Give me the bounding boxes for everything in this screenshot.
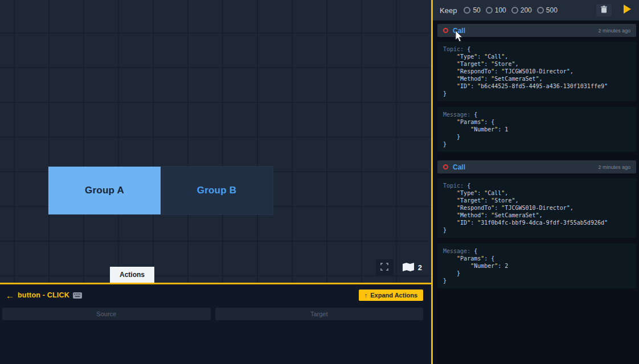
message-timestamp: 2 minutes ago — [598, 28, 630, 34]
keep-option-100[interactable]: 100 — [486, 6, 506, 14]
message-label: Message: — [443, 111, 470, 118]
keep-option-label: 500 — [546, 6, 558, 14]
topic-label: Topic: — [443, 46, 464, 52]
message-card: Call 2 minutes ago Topic: { "Type": "Cal… — [437, 24, 636, 152]
message-card-header[interactable]: Call 2 minutes ago — [437, 24, 636, 37]
action-title: button - CLICK — [18, 291, 69, 299]
trash-icon — [601, 5, 607, 15]
keep-option-label: 50 — [473, 6, 480, 14]
message-card: Call 2 minutes ago Topic: { "Type": "Cal… — [437, 160, 636, 288]
keep-option-200[interactable]: 200 — [511, 6, 532, 14]
topic-code-block: Topic: { "Type": "Call", "Target": "Stor… — [437, 178, 636, 238]
actions-panel-header: ← button - CLICK ↑ — [0, 284, 431, 304]
play-icon — [623, 5, 632, 16]
topic-code-block: Topic: { "Type": "Call", "Target": "Stor… — [437, 42, 636, 101]
clear-messages-button[interactable] — [596, 4, 612, 16]
call-status-icon — [443, 164, 448, 169]
topic-json: { "Type": "Call", "Target": "Store", "Re… — [443, 46, 608, 97]
keep-toolbar: Keep 50 100 200 500 — [433, 0, 639, 20]
message-code-block: Message: { "Params": { "Number": 2 } } — [437, 243, 636, 288]
canvas-toolbar: 2 — [376, 259, 422, 276]
canvas-column: Group A Group B — [0, 0, 431, 364]
play-button[interactable] — [621, 4, 633, 16]
messages-panel: Keep 50 100 200 500 — [433, 0, 639, 364]
call-status-icon — [443, 28, 448, 33]
map-icon — [403, 263, 414, 273]
target-input[interactable] — [215, 308, 424, 320]
up-arrow-icon: ↑ — [364, 292, 368, 299]
back-arrow-icon[interactable]: ← — [6, 291, 14, 300]
map-count: 2 — [418, 263, 422, 272]
group-b-node[interactable]: Group B — [161, 167, 273, 214]
app-root: Group A Group B — [0, 0, 639, 364]
source-input[interactable] — [2, 308, 211, 320]
fit-view-button[interactable] — [376, 259, 394, 276]
keep-label: Keep — [440, 6, 457, 15]
group-a-node[interactable]: Group A — [48, 167, 161, 214]
fullscreen-icon — [380, 263, 388, 273]
message-card-header[interactable]: Call 2 minutes ago — [437, 160, 636, 173]
keep-option-50[interactable]: 50 — [464, 6, 480, 14]
message-type-label[interactable]: Call — [453, 27, 465, 35]
map-toggle[interactable]: 2 — [403, 263, 422, 273]
action-title-group: ← button - CLICK — [6, 291, 82, 300]
message-card-body: Topic: { "Type": "Call", "Target": "Stor… — [437, 173, 636, 288]
topic-json: { "Type": "Call", "Target": "Store", "Re… — [443, 183, 608, 233]
source-target-row — [0, 304, 431, 320]
expand-actions-label: Expand Actions — [370, 292, 417, 299]
keep-option-label: 200 — [521, 6, 532, 14]
keep-option-500[interactable]: 500 — [537, 6, 558, 14]
keyboard-icon — [73, 292, 82, 299]
radio-icon — [537, 7, 544, 14]
node-canvas[interactable]: Group A Group B — [0, 0, 431, 283]
keep-option-label: 100 — [495, 6, 506, 14]
message-label: Message: — [443, 248, 470, 254]
group-strip: Group A Group B — [48, 167, 273, 214]
message-timestamp: 2 minutes ago — [598, 164, 630, 170]
message-list: Call 2 minutes ago Topic: { "Type": "Cal… — [433, 20, 639, 364]
topic-label: Topic: — [443, 183, 464, 189]
radio-icon — [511, 7, 518, 14]
message-code-block: Message: { "Params": { "Number": 1 } } — [437, 107, 636, 152]
actions-panel: ← button - CLICK ↑ — [0, 284, 431, 364]
expand-actions-button[interactable]: ↑ Expand Actions — [359, 289, 423, 301]
radio-icon — [464, 7, 470, 14]
radio-icon — [486, 7, 493, 14]
tab-actions[interactable]: Actions — [110, 267, 154, 283]
message-card-body: Topic: { "Type": "Call", "Target": "Stor… — [437, 37, 636, 152]
message-type-label[interactable]: Call — [453, 163, 465, 171]
